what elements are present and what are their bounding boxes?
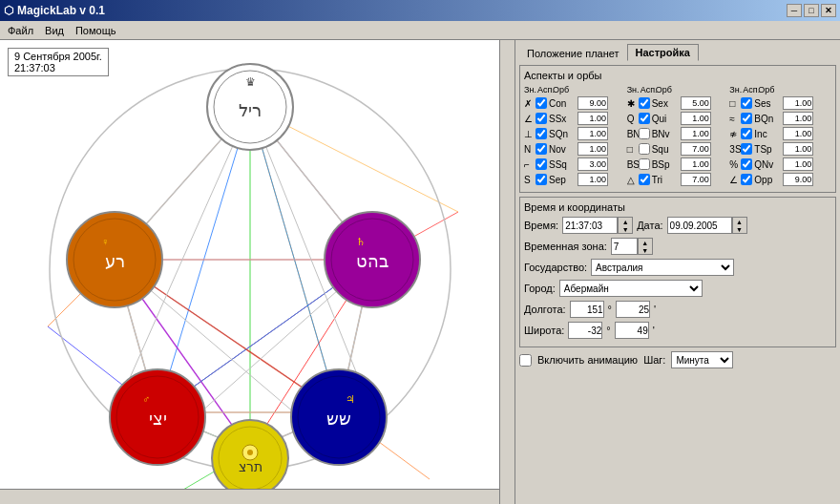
menu-view[interactable]: Вид	[39, 23, 70, 38]
title-bar-left: ⬡ MagickLab v 0.1	[4, 4, 105, 17]
name2-4: BSp	[652, 159, 679, 170]
menu-file[interactable]: Файл	[2, 23, 39, 38]
lat-deg-symbol: °	[606, 325, 610, 336]
name2-1: Qui	[652, 114, 679, 124]
step-select[interactable]: Минута	[671, 351, 733, 368]
chk1-2[interactable]	[536, 128, 547, 139]
lat-deg-input[interactable]	[568, 322, 602, 339]
animation-row: Включить анимацию Шаг: Минута	[519, 351, 836, 368]
val1-4[interactable]	[578, 158, 608, 171]
chk3-2[interactable]	[741, 128, 752, 139]
country-row: Государство: Австралия	[524, 259, 831, 276]
chk2-3[interactable]	[639, 143, 650, 155]
svg-text:♄: ♄	[356, 236, 366, 247]
tz-up[interactable]: ▲	[639, 239, 652, 246]
name1-1: SSx	[549, 114, 576, 124]
app-title: MagickLab v 0.1	[17, 4, 105, 17]
val2-3[interactable]	[681, 142, 711, 156]
close-button[interactable]: ✕	[821, 4, 836, 17]
sym1-1: ∠	[524, 114, 534, 124]
time-date-row: Время: ▲ ▼ Дата: ▲ ▼	[524, 217, 831, 234]
sym2-0: ✱	[627, 98, 637, 109]
val1-1[interactable]	[578, 112, 608, 125]
menu-bar: Файл Вид Помощь	[0, 21, 840, 40]
chk3-1[interactable]	[741, 113, 752, 124]
val1-3[interactable]	[578, 142, 608, 156]
country-select[interactable]: Австралия	[591, 259, 734, 276]
city-select[interactable]: Абермайн	[559, 280, 703, 297]
chk1-0[interactable]	[536, 97, 547, 109]
header-orb3: Орб	[758, 85, 787, 94]
lat-min-input[interactable]	[615, 322, 649, 339]
val3-3[interactable]	[783, 142, 813, 156]
lon-row: Долгота: ° '	[524, 301, 831, 318]
name2-2: BNv	[652, 129, 679, 139]
tab-settings[interactable]: Настройка	[627, 44, 699, 61]
tz-input-wrapper: ▲ ▼	[611, 238, 653, 255]
val2-1[interactable]	[681, 112, 711, 125]
chk2-5[interactable]	[639, 174, 650, 185]
left-scrollbar[interactable]	[499, 40, 514, 504]
header-orb1: Орб	[553, 85, 581, 94]
chk3-4[interactable]	[741, 158, 752, 170]
aspect-row-0: ✗ Con ✱ Sex □ Ses	[524, 96, 831, 110]
val3-5[interactable]	[783, 173, 813, 186]
val3-4[interactable]	[783, 158, 813, 171]
menu-help[interactable]: Помощь	[70, 23, 122, 38]
lat-min-symbol: '	[653, 325, 655, 336]
time-up[interactable]: ▲	[619, 218, 632, 225]
val1-2[interactable]	[578, 127, 608, 140]
val2-4[interactable]	[681, 158, 711, 171]
chk1-4[interactable]	[536, 158, 547, 170]
chk2-0[interactable]	[639, 97, 650, 109]
val2-0[interactable]	[681, 96, 711, 110]
svg-text:♛: ♛	[245, 75, 256, 89]
val3-0[interactable]	[783, 96, 813, 110]
date-up[interactable]: ▲	[733, 218, 746, 225]
bottom-scrollbar[interactable]	[0, 489, 499, 504]
tz-input[interactable]	[611, 238, 638, 255]
minimize-button[interactable]: ─	[787, 4, 802, 17]
val1-5[interactable]	[578, 173, 608, 186]
left-panel: 9 Сентября 2005г. 21:37:03	[0, 40, 515, 504]
val3-2[interactable]	[783, 127, 813, 140]
lon-deg-input[interactable]	[570, 301, 604, 318]
right-panel: Положение планет Настройка Аспекты и орб…	[515, 40, 840, 504]
svg-text:תרצ: תרצ	[239, 460, 262, 474]
time-input[interactable]	[562, 217, 618, 234]
chk3-5[interactable]	[741, 174, 752, 185]
name3-4: QNv	[754, 159, 781, 170]
sym2-1: Q	[627, 114, 637, 124]
header-chk3: Асп.	[743, 85, 756, 94]
val2-2[interactable]	[681, 127, 711, 140]
chk1-5[interactable]	[536, 174, 547, 185]
date-down[interactable]: ▼	[733, 225, 746, 233]
name1-5: Sep	[549, 175, 576, 185]
chk3-3[interactable]	[741, 143, 752, 155]
val3-1[interactable]	[783, 112, 813, 125]
tz-down[interactable]: ▼	[639, 246, 652, 254]
val1-0[interactable]	[578, 96, 608, 110]
chk2-4[interactable]	[639, 158, 650, 170]
tab-planets[interactable]: Положение планет	[519, 46, 627, 61]
sym2-3: □	[627, 144, 637, 155]
name2-3: Squ	[652, 144, 679, 155]
aspect-row-5: S Sep △ Tri ∠ Opp	[524, 173, 831, 186]
lon-deg-symbol: °	[608, 304, 612, 315]
sym3-5: ∠	[729, 175, 739, 185]
chk2-2[interactable]	[639, 128, 650, 139]
date-input[interactable]	[667, 217, 732, 234]
animation-checkbox[interactable]	[519, 354, 532, 367]
chk1-1[interactable]	[536, 113, 547, 124]
maximize-button[interactable]: □	[804, 4, 819, 17]
date-label: Дата:	[637, 220, 662, 231]
chk2-1[interactable]	[639, 113, 650, 124]
name1-4: SSq	[549, 159, 576, 170]
val2-5[interactable]	[681, 173, 711, 186]
chk3-0[interactable]	[741, 97, 752, 109]
lon-min-input[interactable]	[616, 301, 650, 318]
app-icon: ⬡	[4, 4, 13, 17]
chk1-3[interactable]	[536, 143, 547, 155]
time-down[interactable]: ▼	[619, 225, 632, 233]
city-row: Город: Абермайн	[524, 280, 831, 297]
